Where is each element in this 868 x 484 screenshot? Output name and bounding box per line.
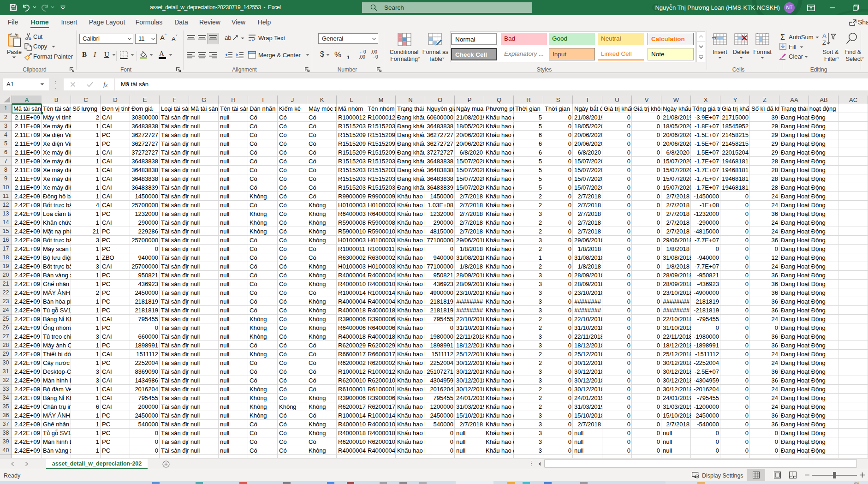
svg-text:A: A: [822, 32, 826, 39]
svg-text:Z: Z: [822, 39, 826, 46]
